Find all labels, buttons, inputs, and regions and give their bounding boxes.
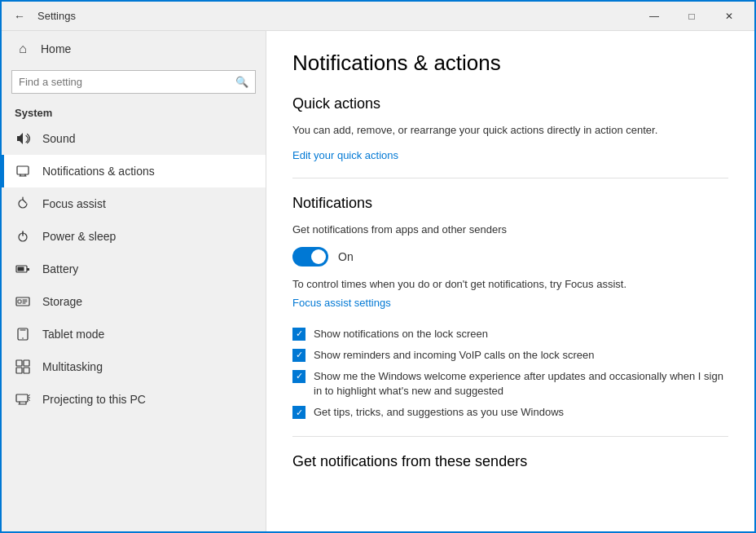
sidebar-item-notifications[interactable]: Notifications & actions (2, 155, 266, 187)
sidebar-item-battery-label: Battery (42, 262, 78, 275)
divider-1 (292, 178, 728, 178)
multitasking-icon (15, 359, 31, 375)
checkbox-tips-label: Get tips, tricks, and suggestions as you… (314, 405, 564, 420)
checkmark-tips: ✓ (296, 408, 303, 417)
notifications-title: Notifications (292, 195, 728, 212)
close-button[interactable]: ✕ (710, 2, 748, 31)
checkbox-welcome-label: Show me the Windows welcome experience a… (314, 369, 728, 399)
storage-icon (15, 293, 31, 310)
focus-assist-settings-link[interactable]: Focus assist settings (292, 297, 391, 309)
main-layout: ⌂ Home 🔍 System Sound (2, 31, 754, 531)
title-bar: ← Settings — □ ✕ (2, 2, 754, 31)
toggle-state-label: On (338, 250, 354, 263)
svg-rect-16 (24, 368, 29, 373)
checkbox-welcome[interactable]: ✓ (292, 370, 305, 383)
notifications-toggle-row: On (292, 247, 728, 266)
tablet-icon (15, 326, 31, 342)
sidebar-item-tablet-label: Tablet mode (42, 328, 104, 341)
sidebar-item-notifications-label: Notifications & actions (42, 165, 155, 178)
sidebar-item-multitasking[interactable]: Multitasking (2, 350, 266, 383)
toggle-thumb (311, 249, 326, 264)
checkmark-lock-screen: ✓ (296, 329, 303, 338)
svg-point-11 (22, 337, 24, 339)
notifications-toggle[interactable] (292, 247, 328, 266)
checkbox-reminders-label: Show reminders and incoming VoIP calls o… (314, 348, 594, 363)
focus-icon (15, 196, 31, 212)
svg-rect-14 (24, 360, 29, 366)
sidebar-item-battery[interactable]: Battery (2, 253, 266, 285)
sidebar-home-label: Home (41, 42, 71, 55)
notifications-icon (15, 163, 31, 179)
svg-rect-0 (17, 166, 29, 174)
focus-note: To control times when you do or don't ge… (292, 276, 728, 293)
spacer-1 (292, 309, 728, 320)
home-icon: ⌂ (15, 41, 31, 57)
get-notifications-title: Get notifications from these senders (292, 453, 728, 470)
checkbox-lock-screen-label: Show notifications on the lock screen (314, 327, 488, 341)
sidebar-item-storage-label: Storage (42, 295, 82, 308)
svg-rect-13 (16, 360, 22, 366)
checkbox-lock-screen[interactable]: ✓ (292, 328, 305, 341)
sidebar-item-sound-label: Sound (42, 132, 75, 145)
checkbox-row-tips: ✓ Get tips, tricks, and suggestions as y… (292, 405, 728, 420)
sidebar: ⌂ Home 🔍 System Sound (2, 31, 266, 531)
page-title: Notifications & actions (292, 51, 728, 76)
svg-rect-4 (18, 267, 24, 271)
sidebar-item-power-label: Power & sleep (42, 230, 116, 243)
power-icon (15, 228, 31, 244)
minimize-button[interactable]: — (635, 2, 673, 31)
search-icon: 🔍 (229, 71, 255, 93)
sidebar-item-power[interactable]: Power & sleep (2, 220, 266, 253)
svg-rect-17 (16, 394, 28, 402)
window-controls: — □ ✕ (635, 2, 748, 31)
sidebar-item-multitasking-label: Multitasking (42, 360, 103, 373)
sidebar-item-projecting[interactable]: Projecting to this PC (2, 383, 266, 416)
checkbox-reminders[interactable]: ✓ (292, 349, 305, 362)
sidebar-item-sound[interactable]: Sound (2, 122, 266, 155)
maximize-button[interactable]: □ (673, 2, 710, 31)
sidebar-section-title: System (2, 100, 266, 122)
svg-rect-3 (27, 268, 29, 271)
sidebar-item-tablet[interactable]: Tablet mode (2, 318, 266, 350)
content-area: Notifications & actions Quick actions Yo… (266, 31, 754, 531)
sidebar-item-storage[interactable]: Storage (2, 285, 266, 318)
toggle-desc: Get notifications from apps and other se… (292, 222, 728, 238)
svg-rect-6 (18, 300, 21, 303)
svg-rect-15 (16, 368, 22, 373)
back-icon: ← (14, 10, 25, 23)
battery-icon (15, 261, 31, 277)
sidebar-item-home[interactable]: ⌂ Home (2, 31, 266, 67)
checkbox-row-welcome: ✓ Show me the Windows welcome experience… (292, 369, 728, 399)
edit-quick-actions-link[interactable]: Edit your quick actions (292, 149, 398, 161)
quick-actions-desc: You can add, remove, or rearrange your q… (292, 122, 728, 139)
window-title: Settings (37, 10, 635, 22)
sidebar-search: 🔍 (11, 70, 256, 94)
checkmark-reminders: ✓ (296, 350, 303, 359)
sidebar-item-projecting-label: Projecting to this PC (42, 393, 146, 406)
search-input[interactable] (12, 71, 229, 93)
sound-icon (15, 130, 31, 147)
sidebar-item-focus-label: Focus assist (42, 197, 106, 210)
divider-2 (292, 436, 728, 437)
quick-actions-title: Quick actions (292, 95, 728, 112)
sidebar-item-focus[interactable]: Focus assist (2, 187, 266, 220)
projecting-icon (15, 391, 31, 407)
back-button[interactable]: ← (8, 5, 31, 28)
checkbox-tips[interactable]: ✓ (292, 406, 305, 419)
checkbox-row-lock-screen: ✓ Show notifications on the lock screen (292, 327, 728, 341)
checkmark-welcome: ✓ (296, 372, 303, 381)
checkbox-row-reminders: ✓ Show reminders and incoming VoIP calls… (292, 348, 728, 363)
